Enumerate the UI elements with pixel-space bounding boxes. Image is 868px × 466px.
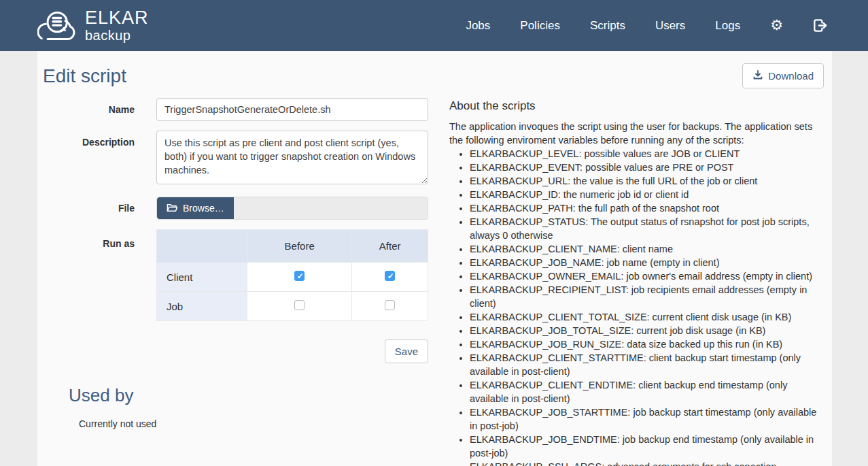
list-item: ELKARBACKUP_JOB_STARTTIME: job backup st… [470, 405, 820, 433]
runas-table: Before After Client Job [156, 229, 428, 321]
list-item: ELKARBACKUP_SSH_ARGS: advanced arguments… [470, 460, 820, 466]
navbar: ELKAR backup Jobs Policies Scripts Users… [0, 0, 868, 51]
runas-header-empty [157, 230, 247, 263]
brand-line1: ELKAR [85, 9, 149, 27]
used-by-status: Currently not used [79, 418, 428, 429]
runas-header-before: Before [247, 230, 352, 263]
client-after-checkbox[interactable] [385, 271, 395, 281]
download-button[interactable]: Download [742, 63, 824, 88]
browse-button[interactable]: Browse… [157, 197, 234, 219]
brand-line2: backup [85, 29, 149, 42]
runas-header-after: After [352, 230, 428, 263]
list-item: ELKARBACKUP_OWNER_EMAIL: job owner's ema… [470, 269, 820, 283]
page-title: Edit script [43, 63, 126, 87]
list-item: ELKARBACKUP_JOB_TOTAL_SIZE: current job … [470, 324, 820, 337]
brand-text: ELKAR backup [85, 9, 149, 42]
list-item: ELKARBACKUP_CLIENT_ENDTIME: client backu… [470, 378, 820, 405]
env-variables-list: ELKARBACKUP_LEVEL: possible values are J… [449, 147, 820, 466]
file-input[interactable]: Browse… [156, 197, 428, 220]
client-before-checkbox[interactable] [294, 271, 305, 281]
save-row: Save [43, 339, 428, 363]
name-label: Name [43, 98, 135, 121]
list-item: ELKARBACKUP_LEVEL: possible values are J… [470, 147, 820, 161]
name-row: Name [43, 98, 428, 121]
folder-icon [167, 203, 177, 214]
elkarbackup-logo-icon [37, 8, 80, 44]
table-row-client: Client [157, 263, 428, 292]
file-label: File [43, 197, 135, 220]
save-button[interactable]: Save [385, 339, 428, 363]
logout-icon[interactable] [813, 18, 827, 33]
download-label: Download [768, 70, 814, 82]
nav-item-users[interactable]: Users [655, 19, 685, 33]
job-before-checkbox[interactable] [294, 300, 305, 310]
about-title: About the scripts [449, 99, 820, 113]
description-label: Description [43, 131, 135, 187]
list-item: ELKARBACKUP_URL: the value is the full U… [470, 174, 820, 188]
list-item: ELKARBACKUP_STATUS: The output status of… [470, 215, 820, 242]
table-row-job: Job [157, 292, 428, 321]
list-item: ELKARBACKUP_JOB_NAME: job name (empty in… [470, 256, 820, 269]
about-scripts-panel: About the scripts The application invoqu… [449, 98, 820, 466]
job-after-checkbox[interactable] [385, 300, 395, 310]
list-item: ELKARBACKUP_PATH: the full path of the s… [470, 201, 820, 215]
list-item: ELKARBACKUP_CLIENT_STARTTIME: client bac… [470, 351, 820, 378]
content-area: Edit script Download Name Description [37, 51, 832, 466]
nav-items: Jobs Policies Scripts Users Logs ⚙ [466, 18, 827, 33]
about-intro: The application invoques the script usin… [449, 120, 820, 147]
list-item: ELKARBACKUP_JOB_RUN_SIZE: data size back… [470, 337, 820, 351]
list-item: ELKARBACKUP_CLIENT_NAME: client name [470, 242, 820, 256]
nav-item-logs[interactable]: Logs [715, 19, 740, 33]
page-header: Edit script Download [43, 63, 824, 88]
settings-gear-icon[interactable]: ⚙ [770, 18, 783, 33]
list-item: ELKARBACKUP_JOB_ENDTIME: job backup end … [470, 433, 820, 460]
file-empty-area [234, 197, 428, 219]
description-textarea[interactable]: Use this script as pre client and post c… [156, 131, 428, 184]
list-item: ELKARBACKUP_EVENT: possible values are P… [470, 161, 820, 174]
runas-client-label: Client [157, 263, 247, 292]
nav-item-policies[interactable]: Policies [520, 19, 560, 33]
list-item: ELKARBACKUP_RECIPIENT_LIST: job recipien… [470, 283, 820, 310]
nav-item-jobs[interactable]: Jobs [466, 19, 490, 33]
runas-row: Run as Before After Client [43, 229, 428, 321]
description-row: Description Use this script as pre clien… [43, 131, 428, 187]
runas-header-row: Before After [157, 230, 428, 263]
runas-job-label: Job [157, 292, 247, 321]
list-item: ELKARBACKUP_CLIENT_TOTAL_SIZE: current c… [470, 310, 820, 324]
brand-logo[interactable]: ELKAR backup [37, 8, 149, 44]
list-item: ELKARBACKUP_ID: the numeric job id or cl… [470, 188, 820, 201]
edit-script-form: Name Description Use this script as pre … [43, 98, 428, 466]
name-input[interactable] [156, 98, 428, 121]
file-row: File Browse… [43, 197, 428, 220]
runas-label: Run as [43, 229, 135, 321]
browse-label: Browse… [183, 203, 224, 214]
download-icon [752, 69, 763, 82]
used-by-section: Used by Currently not used [43, 385, 428, 429]
nav-item-scripts[interactable]: Scripts [590, 19, 625, 33]
used-by-title: Used by [69, 385, 428, 406]
